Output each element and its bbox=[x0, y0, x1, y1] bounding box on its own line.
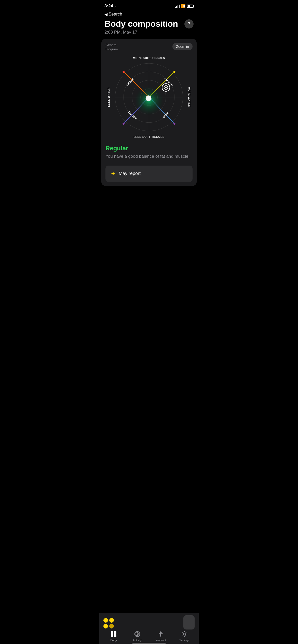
page-header: ◀ Search Body composition ? 2:03 PM, May… bbox=[99, 11, 199, 39]
help-button[interactable]: ? bbox=[184, 19, 194, 28]
battery-icon bbox=[187, 5, 194, 8]
svg-text:MORE SOFT TISSUES: MORE SOFT TISSUES bbox=[133, 57, 165, 60]
result-title: Regular bbox=[105, 145, 193, 152]
svg-text:WIRY: WIRY bbox=[162, 112, 169, 119]
page-title: Body composition bbox=[104, 19, 178, 29]
svg-text:MORE WATER: MORE WATER bbox=[188, 87, 191, 107]
svg-point-11 bbox=[123, 123, 125, 125]
svg-text:TWIGGY: TWIGGY bbox=[127, 111, 137, 120]
status-time: 3:24 ⟩ bbox=[104, 4, 116, 9]
report-button-label: May report bbox=[119, 171, 141, 176]
zoom-in-button[interactable]: Zoom in bbox=[172, 43, 193, 50]
biogram-header: GeneralBiogram Zoom in bbox=[105, 43, 193, 52]
back-arrow-icon: ◀ bbox=[104, 12, 107, 17]
svg-point-9 bbox=[173, 71, 175, 73]
report-button[interactable]: ✦ May report bbox=[105, 166, 193, 182]
svg-point-13 bbox=[173, 123, 175, 125]
back-label: Search bbox=[109, 12, 122, 17]
status-icons: 📶 bbox=[175, 4, 194, 8]
svg-text:LESS SOFT TISSUES: LESS SOFT TISSUES bbox=[133, 135, 165, 138]
svg-text:OBESE: OBESE bbox=[126, 78, 134, 86]
result-description: You have a good balance of fat and muscl… bbox=[105, 153, 193, 159]
svg-point-18 bbox=[146, 95, 152, 101]
page-subtitle: 2:03 PM, May 17 bbox=[104, 30, 194, 35]
svg-point-16 bbox=[165, 87, 167, 88]
back-button[interactable]: ◀ Search bbox=[104, 12, 194, 17]
wifi-icon: 📶 bbox=[181, 4, 185, 8]
result-section: Regular You have a good balance of fat a… bbox=[105, 141, 193, 162]
status-bar: 3:24 ⟩ 📶 bbox=[99, 0, 199, 11]
radar-chart: MORE SOFT TISSUES LESS SOFT TISSUES LESS… bbox=[105, 54, 193, 141]
sparkle-icon: ✦ bbox=[111, 170, 116, 177]
location-icon: ⟩ bbox=[114, 4, 116, 8]
main-card: GeneralBiogram Zoom in bbox=[101, 39, 197, 186]
signal-bars bbox=[175, 4, 180, 8]
svg-text:LESS WATER: LESS WATER bbox=[107, 87, 110, 107]
biogram-label: GeneralBiogram bbox=[105, 43, 118, 52]
svg-point-7 bbox=[123, 71, 125, 73]
